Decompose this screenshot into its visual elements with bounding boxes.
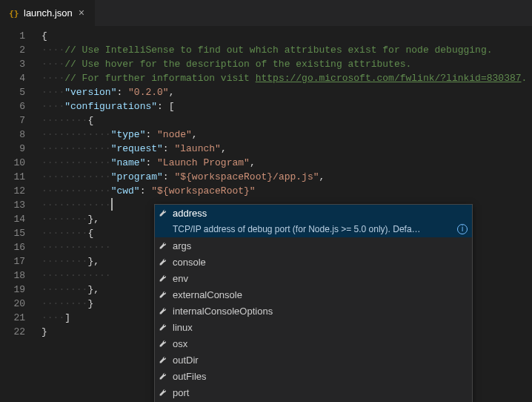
suggest-label: linux — [173, 322, 469, 333]
suggest-label: env — [173, 273, 469, 284]
suggest-label: console — [173, 257, 469, 268]
line-number: 17 — [0, 254, 39, 268]
line-number: 2 — [0, 43, 39, 57]
line-number: 3 — [0, 57, 39, 71]
line-number: 21 — [0, 311, 39, 325]
suggest-detail: TCP/IP address of debug port (for Node.j… — [155, 221, 472, 237]
suggest-item-env[interactable]: env — [155, 270, 472, 286]
braces-icon: {} — [9, 8, 19, 19]
suggest-item-linux[interactable]: linux — [155, 319, 472, 335]
suggest-label: address — [173, 208, 469, 219]
comment: // Use IntelliSense to find out which at… — [64, 45, 492, 56]
suggest-label: outDir — [173, 355, 469, 366]
tab-launch-json[interactable]: {} launch.json × — [0, 0, 96, 26]
line-number: 18 — [0, 268, 39, 283]
line-number: 13 — [0, 198, 39, 212]
info-icon[interactable]: i — [457, 224, 468, 234]
text-cursor — [111, 198, 113, 211]
suggest-item-outDir[interactable]: outDir — [155, 352, 472, 368]
suggest-item-address[interactable]: address — [155, 205, 472, 221]
suggest-label: port — [173, 387, 469, 398]
line-number: 6 — [0, 99, 39, 113]
line-number: 16 — [0, 240, 39, 254]
suggest-label: args — [173, 240, 469, 251]
line-number: 20 — [0, 297, 39, 311]
suggest-item-port[interactable]: port — [155, 384, 472, 401]
line-number: 22 — [0, 325, 39, 339]
suggest-item-osx[interactable]: osx — [155, 335, 472, 352]
doc-link[interactable]: https://go.microsoft.com/fwlink/?linkid=… — [256, 73, 522, 84]
line-number: 10 — [0, 156, 39, 170]
suggest-label: externalConsole — [173, 289, 469, 300]
suggest-item-console[interactable]: console — [155, 254, 472, 270]
code-area[interactable]: { ····// Use IntelliSense to find out wh… — [39, 26, 532, 402]
line-number: 12 — [0, 184, 39, 198]
line-number: 11 — [0, 170, 39, 184]
suggest-item-outFiles[interactable]: outFiles — [155, 368, 472, 384]
suggest-label: osx — [173, 338, 469, 349]
comment: // Use hover for the description of the … — [64, 59, 411, 70]
editor[interactable]: 12345678910111213141516171819202122 { ··… — [0, 26, 532, 402]
line-number: 9 — [0, 142, 39, 156]
line-number: 15 — [0, 226, 39, 240]
suggest-label: internalConsoleOptions — [173, 306, 469, 317]
line-number: 19 — [0, 283, 39, 297]
suggest-label: outFiles — [173, 371, 469, 382]
line-number: 14 — [0, 212, 39, 226]
comment: // For further information visit https:/… — [64, 73, 527, 84]
suggest-item-args[interactable]: args — [155, 237, 472, 254]
line-number: 4 — [0, 71, 39, 85]
suggest-item-internalConsoleOptions[interactable]: internalConsoleOptions — [155, 303, 472, 319]
tab-bar: {} launch.json × — [0, 0, 532, 26]
line-number: 8 — [0, 128, 39, 142]
line-number-gutter: 12345678910111213141516171819202122 — [0, 26, 39, 402]
intellisense-suggest-widget[interactable]: addressTCP/IP address of debug port (for… — [154, 204, 473, 402]
tab-title: launch.json — [24, 7, 73, 19]
line-number: 5 — [0, 85, 39, 99]
svg-text:{}: {} — [9, 8, 19, 19]
line-number: 7 — [0, 113, 39, 128]
line-number: 1 — [0, 29, 39, 43]
suggest-item-externalConsole[interactable]: externalConsole — [155, 286, 472, 303]
close-icon[interactable]: × — [77, 7, 86, 20]
